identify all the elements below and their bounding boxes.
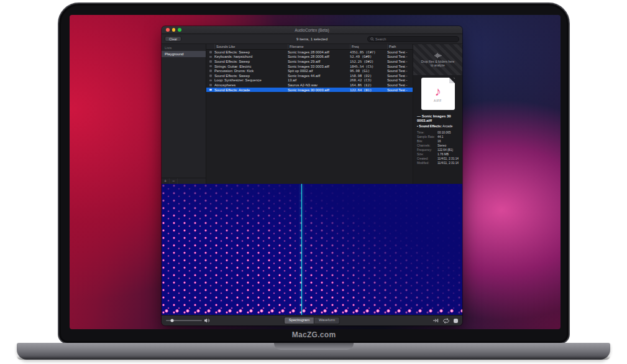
spectrogram-view[interactable] — [162, 184, 462, 315]
sound-type-icon — [209, 89, 212, 91]
volume-control — [166, 318, 210, 323]
volume-slider[interactable] — [166, 320, 202, 321]
cell-freq: 164.86 (E2) — [350, 83, 387, 87]
sound-type-icon — [209, 56, 212, 58]
tab-spectrogram[interactable]: Spectrogram — [284, 317, 314, 324]
cell-path: Sound Test - — [387, 69, 413, 73]
table-header: Sounds Like Filename Freq Path — [206, 44, 413, 50]
cell-sounds-like: Sound Effects: Sweep — [214, 50, 288, 54]
detail-row: Time: 00:10.065 — [417, 130, 459, 135]
sidebar-item-playground[interactable]: Playground — [162, 51, 206, 57]
minimize-button[interactable] — [172, 28, 176, 32]
detail-row: Created: 11/4/11, 2:31:14 PM — [417, 157, 459, 161]
table-row-selected[interactable]: Sound Effects: Arcade Sonic Images 30 00… — [206, 88, 413, 93]
sound-type-icon — [209, 65, 212, 68]
sound-type-icon — [209, 80, 212, 82]
column-header-freq[interactable]: Freq — [350, 44, 387, 49]
toolbar: Clear 9 items, 1 selected — [162, 34, 462, 44]
file-type-label: AIFF — [434, 99, 442, 102]
cell-freq: 122.64 (B1) — [350, 88, 387, 92]
cell-freq: 4351.05 (C#7) — [350, 50, 387, 54]
aiff-file-icon: ♪ AIFF — [421, 78, 455, 110]
cell-filename: Sonic Images 30 0003.aiff — [288, 88, 350, 92]
remove-list-button[interactable]: − — [170, 178, 178, 184]
playhead[interactable] — [301, 184, 302, 315]
column-header-path[interactable]: Path — [387, 44, 413, 49]
cell-sounds-like: Keyboards: harpsichord — [214, 55, 288, 58]
detail-row: Channels: Stereo — [417, 143, 459, 148]
column-header-filename[interactable]: Filename — [288, 44, 350, 49]
close-button[interactable] — [166, 28, 170, 32]
volume-knob[interactable] — [171, 319, 174, 322]
sound-type-icon — [209, 60, 212, 63]
search-input[interactable] — [375, 37, 456, 41]
table-row[interactable]: Sound Effects: Sweep Sonic Images 29.aif… — [206, 59, 413, 64]
cell-freq: 260.42 (C3) — [350, 78, 387, 82]
dropzone[interactable]: Drop files & folders here to analyze — [413, 44, 462, 75]
cell-path: Sound Test - — [387, 60, 413, 63]
inspector-panel: Drop files & folders here to analyze ♪ A… — [413, 44, 462, 184]
cell-path: Sound Test - — [387, 78, 413, 82]
detail-row: Sample Rate: 44.1 — [417, 135, 459, 139]
search-field[interactable] — [367, 36, 459, 42]
cell-filename: Sonic Images 44.aiff — [288, 74, 350, 78]
sound-type-icon — [209, 84, 212, 86]
stop-icon[interactable] — [454, 319, 458, 323]
column-header-icon-spacer — [206, 44, 214, 49]
cell-filename: 13.aif — [288, 78, 350, 82]
sound-type-icon — [209, 51, 212, 53]
table-row[interactable]: Loop: Synthesizer: Sequence 13.aif 260.4… — [206, 78, 413, 83]
table-row[interactable]: Keyboards: harpsichord Sonic Images 28 0… — [206, 55, 413, 60]
window-titlebar: AudioCortex (Beta) — [162, 26, 462, 34]
cell-filename: Sonic Images 28 0004.aiff — [288, 50, 350, 54]
desktop-wallpaper: AudioCortex (Beta) Clear 9 items, 1 sele… — [70, 15, 561, 329]
file-details: Time: 00:10.065 Sample Rate: 44.1 Bits: … — [413, 130, 462, 166]
app-window: AudioCortex (Beta) Clear 9 items, 1 sele… — [162, 26, 462, 325]
laptop-frame: AudioCortex (Beta) Clear 9 items, 1 sele… — [58, 2, 570, 344]
cell-sounds-like: Sound Effects: Arcade — [214, 88, 288, 92]
search-icon — [370, 37, 374, 41]
cell-sounds-like: Sound Effects: Sweep — [214, 74, 288, 78]
cell-path: Sound Test - — [387, 50, 413, 54]
table-row[interactable]: Atmospheres Saurus A2-N3.wav 164.86 (E2)… — [206, 83, 413, 88]
add-list-button[interactable]: + — [162, 178, 170, 184]
main-area: Lists Playground + − Sounds Like Filenam… — [162, 44, 462, 184]
detail-row: Modified: 11/4/11, 2:31:14 PM — [417, 161, 459, 165]
zoom-button[interactable] — [178, 28, 181, 32]
table-row[interactable]: Sound Effects: Sweep Sonic Images 28 000… — [206, 50, 413, 55]
cell-path: Sound Test - — [387, 55, 413, 58]
tab-waveform[interactable]: Waveform — [314, 317, 340, 324]
sidebar-footer: + − — [162, 178, 206, 184]
detail-row: Frequency: 122.64 (B1) — [417, 148, 459, 152]
laptop-base — [17, 343, 610, 360]
cell-filename: Spit up 0002.aif — [288, 69, 350, 73]
sidebar: Lists Playground + − — [162, 44, 206, 184]
cell-freq: 52.49 (G#0) — [350, 55, 387, 58]
column-header-sounds-like[interactable]: Sounds Like — [214, 44, 288, 49]
cell-filename: Saurus A2-N3.wav — [288, 83, 350, 87]
table-row[interactable]: Strings: Guitar: Electric Sonic Images 3… — [206, 64, 413, 69]
cell-sounds-like: Loop: Synthesizer: Sequence — [214, 78, 288, 82]
table-body: Sound Effects: Sweep Sonic Images 28 000… — [206, 50, 413, 92]
cell-freq: 150.98 (D2) — [350, 74, 387, 78]
table-row[interactable]: Percussion: Drums: Kick Spit up 0002.aif… — [206, 68, 413, 73]
music-note-icon: ♪ — [435, 85, 441, 98]
cell-sounds-like: Strings: Guitar: Electric — [214, 65, 288, 68]
cell-filename: Sonic Images 28 0006.aiff — [288, 55, 350, 58]
category-label: • Sound Effects: — [417, 124, 442, 128]
skip-to-end-icon[interactable] — [433, 318, 439, 323]
window-title: AudioCortex (Beta) — [295, 28, 329, 32]
results-table: Sounds Like Filename Freq Path Sound Eff… — [206, 44, 413, 184]
detail-row: Bits: 16 — [417, 139, 459, 143]
clear-button[interactable]: Clear — [165, 36, 181, 42]
table-row[interactable]: Sound Effects: Sweep Sonic Images 44.aif… — [206, 73, 413, 78]
cell-path: Sound Test - — [387, 65, 413, 68]
dropzone-text: Drop files & folders here to analyze — [421, 60, 455, 67]
waveform-icon — [434, 53, 442, 58]
bezel-brand: MacZG.com — [59, 330, 569, 339]
loop-icon[interactable] — [442, 318, 450, 324]
cell-filename: Sonic Images 33 0003.aiff — [288, 65, 350, 68]
laptop-base-notch — [274, 343, 354, 350]
view-mode-segmented-control: Spectrogram Waveform — [284, 317, 340, 324]
sidebar-header: Lists — [162, 44, 206, 51]
